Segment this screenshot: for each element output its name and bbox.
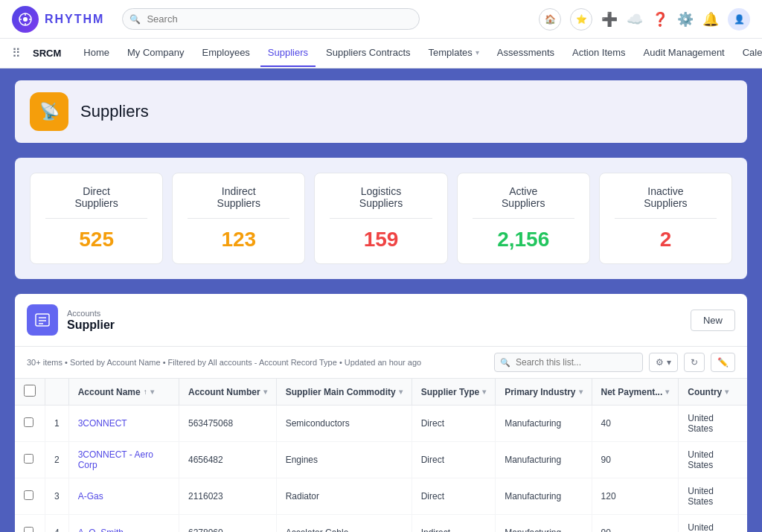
nav-employees[interactable]: Employees: [195, 39, 257, 67]
supplier-type-cell: Direct: [412, 442, 495, 478]
home-nav-icon[interactable]: 🏠: [539, 8, 561, 31]
account-name-cell[interactable]: A-Gas: [68, 478, 179, 515]
nav-suppliers[interactable]: Suppliers: [260, 39, 316, 67]
inactive-suppliers-card[interactable]: InactiveSuppliers 2: [599, 173, 732, 264]
svg-point-1: [23, 17, 28, 22]
row-checkbox[interactable]: [24, 490, 33, 500]
nav-audit-management[interactable]: Audit Management: [636, 39, 732, 67]
logistics-suppliers-card[interactable]: LogisticsSuppliers 159: [314, 173, 447, 264]
country-chevron-icon: ▾: [725, 388, 729, 396]
supplier-type-chevron-icon: ▾: [482, 388, 486, 396]
supplier-type-header-label: Supplier Type: [421, 387, 479, 397]
commodity-cell: Engines: [276, 442, 412, 478]
nav-home[interactable]: Home: [76, 39, 117, 67]
edit-table-button[interactable]: ✏️: [711, 353, 735, 372]
nav-templates[interactable]: Templates ▾: [421, 39, 487, 67]
commodity-header-label: Supplier Main Commodity: [286, 387, 396, 397]
select-all-checkbox[interactable]: [24, 385, 36, 397]
search-icon: 🔍: [129, 14, 141, 25]
supplier-type-header[interactable]: Supplier Type ▾: [412, 379, 495, 406]
plus-nav-icon[interactable]: ➕: [601, 11, 618, 28]
row-number: 2: [45, 442, 69, 478]
commodity-header[interactable]: Supplier Main Commodity ▾: [276, 379, 412, 406]
account-name-header[interactable]: Account Name ↑ ▾: [68, 379, 179, 406]
inactive-suppliers-value: 2: [615, 228, 717, 251]
page-title: Suppliers: [80, 102, 149, 121]
account-name-cell[interactable]: 3CONNECT - Aero Corp: [68, 442, 179, 478]
toolbar-search[interactable]: 🔍: [494, 353, 643, 372]
account-name-cell[interactable]: A. O. Smith: [68, 515, 179, 533]
indirect-suppliers-value: 123: [188, 228, 289, 251]
direct-suppliers-card[interactable]: DirectSuppliers 525: [30, 173, 163, 264]
row-number: 3: [45, 478, 69, 515]
search-input[interactable]: [122, 8, 420, 30]
nav-my-company[interactable]: My Company: [120, 39, 192, 67]
row-checkbox[interactable]: [24, 527, 33, 532]
table-row: 3 A-Gas 2116023 Radiator Direct Manufact…: [15, 478, 747, 515]
page-header-section: 📡 Suppliers: [0, 68, 762, 158]
account-number-chevron-icon: ▾: [263, 388, 267, 396]
accounts-header: Accounts Supplier New: [15, 294, 747, 347]
select-all-header: [15, 379, 45, 406]
new-button[interactable]: New: [691, 310, 735, 331]
list-search-input[interactable]: [494, 353, 643, 372]
settings-button[interactable]: ⚙ ▾: [649, 353, 678, 372]
gear-nav-icon[interactable]: ⚙️: [677, 11, 694, 28]
accounts-container: Accounts Supplier New 30+ items • Sorted…: [15, 294, 747, 532]
row-checkbox[interactable]: [24, 454, 33, 464]
refresh-icon: ↻: [691, 357, 698, 368]
country-header-label: Country: [688, 387, 722, 397]
row-checkbox-cell[interactable]: [15, 442, 45, 478]
account-number-cell: 2116023: [179, 478, 276, 515]
nav-items: Home My Company Employees Suppliers Supp…: [76, 39, 762, 67]
account-number-header[interactable]: Account Number ▾: [179, 379, 276, 406]
app-name-label: SRCM: [33, 48, 61, 59]
avatar-icon[interactable]: 👤: [728, 8, 750, 31]
country-header[interactable]: Country ▾: [679, 379, 747, 406]
net-payment-cell: 90: [592, 442, 679, 478]
account-name-header-label: Account Name: [78, 387, 141, 397]
nav-action-items[interactable]: Action Items: [565, 39, 633, 67]
account-name-chevron-icon: ▾: [150, 388, 154, 396]
grid-menu-icon[interactable]: ⠿: [12, 46, 21, 60]
account-number-cell: 4656482: [179, 442, 276, 478]
refresh-button[interactable]: ↻: [684, 353, 705, 372]
suppliers-page-icon: 📡: [30, 92, 68, 131]
bell-nav-icon[interactable]: 🔔: [702, 11, 719, 28]
row-checkbox-cell[interactable]: [15, 478, 45, 515]
global-search[interactable]: 🔍: [122, 8, 420, 30]
indirect-suppliers-card[interactable]: IndirectSuppliers 123: [172, 173, 305, 264]
account-number-cell: 563475068: [179, 406, 276, 442]
account-number-header-label: Account Number: [188, 387, 260, 397]
row-checkbox-cell[interactable]: [15, 406, 45, 442]
nav-calender[interactable]: Calender ▾: [735, 39, 762, 67]
star-nav-icon[interactable]: ⭐: [570, 8, 592, 31]
account-number-cell: 6278960: [179, 515, 276, 533]
accounts-subtitle: Accounts: [67, 309, 691, 318]
cloud-nav-icon[interactable]: ☁️: [627, 11, 643, 28]
nav-assessments[interactable]: Assessments: [490, 39, 562, 67]
table-row: 1 3CONNECT 563475068 Semiconductors Dire…: [15, 406, 747, 442]
account-name-cell[interactable]: 3CONNECT: [68, 406, 179, 442]
page-header-inner: 📡 Suppliers: [15, 80, 747, 143]
primary-industry-header-label: Primary Industry: [505, 387, 575, 397]
question-nav-icon[interactable]: ❓: [652, 11, 668, 28]
country-cell: United States: [679, 515, 747, 533]
nav-suppliers-contracts[interactable]: Suppliers Contracts: [318, 39, 417, 67]
primary-industry-cell: Manufacturing: [496, 442, 592, 478]
active-suppliers-card[interactable]: ActiveSuppliers 2,156: [457, 173, 590, 264]
accounts-toolbar: 30+ items • Sorted by Account Name • Fil…: [15, 347, 747, 379]
toolbar-info: 30+ items • Sorted by Account Name • Fil…: [27, 358, 488, 367]
app-logo-text: RHYTHM: [45, 13, 104, 26]
accounts-title-area: Accounts Supplier: [67, 309, 691, 332]
primary-industry-header[interactable]: Primary Industry ▾: [496, 379, 592, 406]
net-payment-cell: 90: [592, 515, 679, 533]
row-checkbox[interactable]: [24, 417, 33, 427]
row-checkbox-cell[interactable]: [15, 515, 45, 533]
logistics-suppliers-title: LogisticsSuppliers: [330, 185, 432, 209]
net-payment-header[interactable]: Net Payment... ▾: [592, 379, 679, 406]
primary-industry-cell: Manufacturing: [496, 478, 592, 515]
country-cell: United States: [679, 442, 747, 478]
commodity-cell: Radiator: [276, 478, 412, 515]
net-payment-chevron-icon: ▾: [665, 388, 669, 396]
